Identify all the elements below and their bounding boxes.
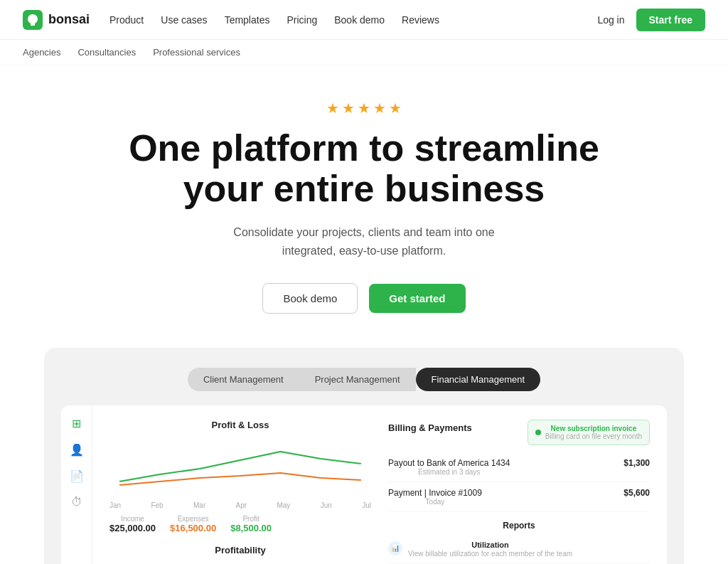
brand-name: bonsai — [48, 12, 90, 27]
billing-section: Billing & Payments New subscription invo… — [388, 420, 650, 512]
report-item-utilization: 📊 Utilization View billable utilization … — [388, 536, 650, 563]
right-panel: Billing & Payments New subscription invo… — [388, 420, 650, 564]
dashboard-content: ⊞ 👤 📄 ⏱ Profit & Loss — [61, 405, 667, 564]
star-2: ★ — [342, 100, 355, 117]
billing-badge-dot — [535, 430, 541, 435]
hero-subtitle: Consolidate your projects, clients and t… — [215, 223, 513, 260]
dashboard-preview: Client Management Project Management Fin… — [44, 348, 684, 564]
main-panel: Profit & Loss Jan — [92, 405, 667, 564]
billing-badge: New subscription invoice Billing card on… — [528, 420, 650, 445]
tab-project-management[interactable]: Project Management — [299, 368, 416, 391]
hero-title: One platform to streamline your entire b… — [129, 128, 599, 209]
dashboard-sidebar: ⊞ 👤 📄 ⏱ — [61, 405, 92, 564]
chart-labels: Jan Feb Mar Apr May Jun Jul — [109, 501, 371, 509]
profitability-title: Profitability — [109, 545, 371, 555]
billing-item-2: Payment | Invoice #1009 Today $5,600 — [388, 482, 650, 512]
subnav: Agencies Consultancies Professional serv… — [0, 40, 728, 65]
dashboard-tabs: Client Management Project Management Fin… — [61, 368, 667, 391]
chart-metrics: Income $25,000.00 Expenses $16,500.00 Pr… — [109, 515, 371, 533]
left-panel: Profit & Loss Jan — [109, 420, 371, 564]
nav-templates[interactable]: Templates — [225, 14, 270, 26]
billing-title: Billing & Payments — [388, 422, 472, 433]
metric-expenses: Expenses $16,500.00 — [170, 515, 216, 533]
profitability-section: Profitability Profit Billed Hours Estima… — [109, 545, 371, 564]
reports-section: Reports 📊 Utilization View billable util… — [388, 521, 650, 564]
logo[interactable]: bonsai — [23, 10, 90, 30]
star-4: ★ — [373, 100, 386, 117]
hero-section: ★ ★ ★ ★ ★ One platform to streamline you… — [0, 65, 728, 564]
sidebar-icon-3[interactable]: 📄 — [70, 469, 84, 483]
star-rating: ★ ★ ★ ★ ★ — [326, 100, 402, 117]
nav-use-cases[interactable]: Use cases — [161, 14, 207, 26]
get-started-button[interactable]: Get started — [369, 284, 465, 313]
navbar-left: bonsai Product Use cases Templates Prici… — [23, 10, 439, 30]
svg-rect-1 — [32, 23, 34, 26]
star-3: ★ — [358, 100, 370, 117]
bonsai-logo-icon — [23, 10, 43, 30]
profit-loss-section: Profit & Loss Jan — [109, 420, 371, 533]
nav-links: Product Use cases Templates Pricing Book… — [109, 14, 439, 26]
nav-pricing[interactable]: Pricing — [287, 14, 317, 26]
billing-header: Billing & Payments New subscription invo… — [388, 420, 650, 445]
login-button[interactable]: Log in — [597, 14, 624, 26]
subnav-agencies[interactable]: Agencies — [23, 47, 60, 58]
book-demo-button[interactable]: Book demo — [262, 283, 358, 314]
nav-reviews[interactable]: Reviews — [402, 14, 439, 26]
subnav-professional-services[interactable]: Professional services — [153, 47, 240, 58]
report-icon-utilization: 📊 — [388, 541, 402, 555]
subnav-consultancies[interactable]: Consultancies — [77, 47, 136, 58]
sidebar-icon-1[interactable]: ⊞ — [72, 417, 81, 430]
metric-income: Income $25,000.00 — [109, 515, 156, 533]
navbar-right: Log in Start free — [597, 9, 705, 31]
nav-book-demo[interactable]: Book demo — [334, 14, 385, 26]
hero-buttons: Book demo Get started — [262, 283, 465, 314]
nav-product[interactable]: Product — [109, 14, 144, 26]
sidebar-icon-4[interactable]: ⏱ — [71, 496, 82, 509]
star-1: ★ — [326, 100, 339, 117]
profit-loss-chart — [109, 439, 371, 496]
panel-grid: Profit & Loss Jan — [109, 420, 650, 564]
billing-item-1: Payout to Bank of America 1434 Estimated… — [388, 452, 650, 482]
start-free-button[interactable]: Start free — [636, 9, 705, 31]
tab-client-management[interactable]: Client Management — [188, 368, 299, 391]
tab-financial-management[interactable]: Financial Management — [416, 368, 541, 391]
metric-profit: Profit $8,500.00 — [230, 515, 272, 533]
profit-loss-title: Profit & Loss — [109, 420, 371, 430]
sidebar-icon-2[interactable]: 👤 — [70, 443, 84, 457]
navbar: bonsai Product Use cases Templates Prici… — [0, 0, 728, 40]
star-5: ★ — [389, 100, 402, 117]
